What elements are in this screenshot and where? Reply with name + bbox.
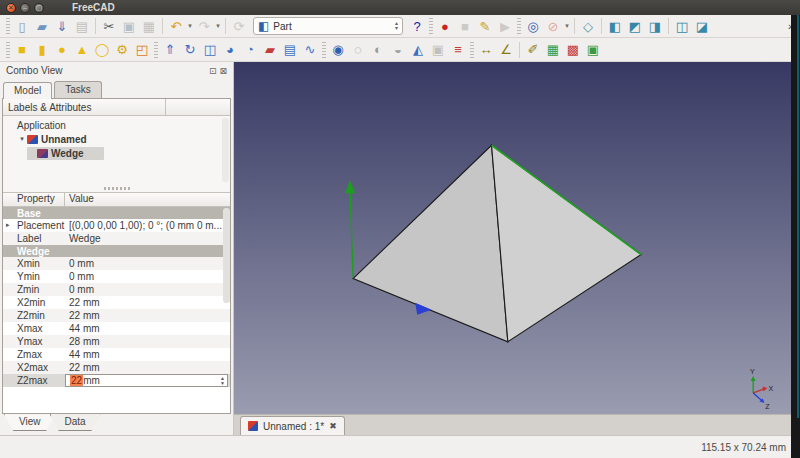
- toolbar-grip[interactable]: [322, 42, 326, 58]
- copy-icon[interactable]: ▣: [119, 17, 139, 36]
- property-row-xmax[interactable]: Xmax44 mm: [3, 322, 230, 335]
- value-spinner[interactable]: ▲▼: [220, 376, 227, 385]
- toolbar-grip[interactable]: [429, 18, 433, 34]
- section-icon[interactable]: ◒: [388, 40, 408, 59]
- property-row-placement[interactable]: ▸Placement[(0,00 0,00 1,00); 0 °; (0 mm …: [3, 219, 230, 232]
- dropdown-arrow-icon[interactable]: ▾: [186, 22, 194, 30]
- boolean-union-icon[interactable]: ◉: [328, 40, 348, 59]
- tree-scrollbar[interactable]: [222, 118, 229, 182]
- shape-builder-icon[interactable]: ◰: [132, 40, 152, 59]
- property-row-zmin[interactable]: Zmin0 mm: [3, 283, 230, 296]
- tree-item-unnamed[interactable]: ▾Unnamed: [3, 132, 230, 146]
- property-row-ymin[interactable]: Ymin0 mm: [3, 270, 230, 283]
- window-minimize-button[interactable]: –: [20, 3, 30, 13]
- property-group-base[interactable]: Base: [3, 207, 230, 219]
- tab-model[interactable]: Model: [3, 82, 52, 99]
- tree-item-wedge[interactable]: Wedge: [3, 146, 230, 160]
- property-row-zmax[interactable]: Zmax44 mm: [3, 348, 230, 361]
- boolean-cut-icon[interactable]: ◌: [348, 40, 368, 59]
- paste-icon[interactable]: ▦: [139, 17, 159, 36]
- panel-splitter[interactable]: [3, 184, 230, 192]
- 3d-viewport[interactable]: Y X Z: [234, 62, 800, 414]
- part-box-icon[interactable]: ■: [12, 40, 32, 59]
- view-front-icon[interactable]: ◧: [605, 17, 625, 36]
- view-top-icon[interactable]: ◩: [625, 17, 645, 36]
- measure-clear-icon[interactable]: ✐: [523, 40, 543, 59]
- toolbar-grip[interactable]: [470, 42, 474, 58]
- cross-sections-icon[interactable]: ≡: [448, 40, 468, 59]
- stop-loading-icon[interactable]: ⊘: [543, 17, 563, 36]
- fillet-icon[interactable]: ◕: [220, 40, 240, 59]
- loft-icon[interactable]: ▤: [280, 40, 300, 59]
- refresh-icon[interactable]: ⟳: [229, 17, 249, 36]
- cut-icon[interactable]: ✂: [99, 17, 119, 36]
- measure-linear-icon[interactable]: ↔: [476, 40, 496, 59]
- dropdown-arrow-icon[interactable]: ▾: [214, 22, 222, 30]
- save-document-icon[interactable]: ⇓: [52, 17, 72, 36]
- whats-this-icon[interactable]: ?: [407, 17, 427, 36]
- panel-close-icon[interactable]: ⊠: [219, 66, 227, 76]
- undo-icon[interactable]: ↶: [166, 17, 186, 36]
- view-right-icon[interactable]: ◨: [645, 17, 665, 36]
- tree-header[interactable]: Labels & Attributes: [3, 99, 230, 116]
- panel-float-icon[interactable]: ⊡: [209, 66, 217, 76]
- property-row-ymax[interactable]: Ymax28 mm: [3, 335, 230, 348]
- property-row-z2min[interactable]: Z2min22 mm: [3, 309, 230, 322]
- property-row-z2max[interactable]: Z2max22 mm▲▼: [3, 374, 230, 387]
- measure-toggle-icon[interactable]: ▣: [583, 40, 603, 59]
- part-sphere-icon[interactable]: ●: [52, 40, 72, 59]
- workbench-selector[interactable]: ◧Part▴▾: [253, 17, 403, 35]
- open-document-icon[interactable]: ▰: [32, 17, 52, 36]
- property-row-x2max[interactable]: X2max22 mm: [3, 361, 230, 374]
- property-row-xmin[interactable]: Xmin0 mm: [3, 257, 230, 270]
- dropdown-arrow-icon[interactable]: ▾: [563, 22, 571, 30]
- chamfer-icon[interactable]: ◔: [240, 40, 260, 59]
- part-cone-icon[interactable]: ▲: [72, 40, 92, 59]
- view-axonometric-icon[interactable]: ◇: [578, 17, 598, 36]
- mirror-icon[interactable]: ◫: [200, 40, 220, 59]
- zoom-selection-icon[interactable]: ◎: [523, 17, 543, 36]
- property-table-scrollbar[interactable]: [223, 208, 230, 303]
- document-tab[interactable]: Unnamed : 1* ✖: [240, 416, 345, 435]
- new-document-icon[interactable]: ▯: [12, 17, 32, 36]
- boolean-operation-icon[interactable]: ▣: [428, 40, 448, 59]
- view-rear-icon[interactable]: ◫: [672, 17, 692, 36]
- property-value[interactable]: 22 mm▲▼: [65, 374, 228, 387]
- part-cylinder-icon[interactable]: ▮: [32, 40, 52, 59]
- toolbar-grip[interactable]: [6, 42, 10, 58]
- part-primitives-icon[interactable]: ⚙: [112, 40, 132, 59]
- measure-angular-icon[interactable]: ∠: [496, 40, 516, 59]
- tab-view[interactable]: View: [4, 414, 56, 431]
- macro-play-icon[interactable]: ▶: [495, 17, 515, 36]
- print-icon[interactable]: ▤: [72, 17, 92, 36]
- window-close-button[interactable]: ✕: [6, 3, 16, 13]
- expander-icon[interactable]: ▸: [6, 221, 10, 229]
- macro-edit-icon[interactable]: ✎: [475, 17, 495, 36]
- toolbar-grip[interactable]: [6, 18, 10, 34]
- measure-toggle-delta-icon[interactable]: ▩: [563, 40, 583, 59]
- tree-item-application[interactable]: Application: [3, 118, 230, 132]
- ruled-surface-icon[interactable]: ▰: [260, 40, 280, 59]
- macro-stop-icon[interactable]: ■: [455, 17, 475, 36]
- compound-icon[interactable]: ◭: [408, 40, 428, 59]
- tree-expander-icon[interactable]: ▾: [17, 135, 27, 143]
- document-tab-close-icon[interactable]: ✖: [329, 421, 337, 431]
- property-group-wedge[interactable]: Wedge: [3, 245, 230, 257]
- window-maximize-button[interactable]: ▢: [34, 3, 44, 13]
- property-row-x2min[interactable]: X2min22 mm: [3, 296, 230, 309]
- redo-icon[interactable]: ↷: [194, 17, 214, 36]
- tab-tasks[interactable]: Tasks: [54, 81, 102, 98]
- extrude-icon[interactable]: ⇑: [160, 40, 180, 59]
- property-row-label[interactable]: LabelWedge: [3, 232, 230, 245]
- measure-toggle-3d-icon[interactable]: ▦: [543, 40, 563, 59]
- sweep-icon[interactable]: ∿: [300, 40, 320, 59]
- macro-record-icon[interactable]: ●: [435, 17, 455, 36]
- toolbar-grip[interactable]: [154, 42, 158, 58]
- column-value[interactable]: Value: [65, 193, 230, 206]
- workbench-selector-spinner[interactable]: ▴▾: [395, 21, 398, 32]
- tab-data[interactable]: Data: [50, 414, 101, 431]
- toolbar-grip[interactable]: [517, 18, 521, 34]
- column-property[interactable]: Property: [3, 193, 65, 206]
- boolean-intersection-icon[interactable]: ◐: [368, 40, 388, 59]
- view-bottom-icon[interactable]: ◪: [692, 17, 712, 36]
